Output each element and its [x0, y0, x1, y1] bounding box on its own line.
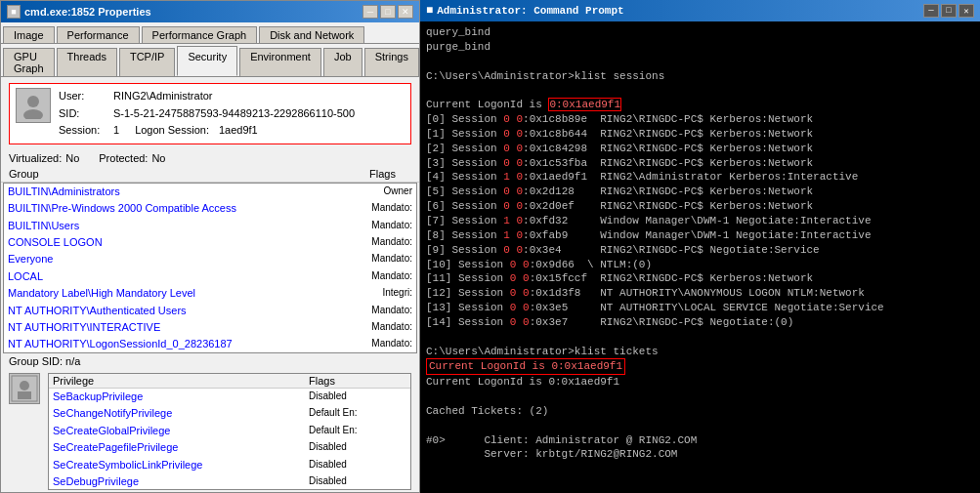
properties-window: ■ cmd.exe:1852 Properties ─ □ ✕ Image Pe… — [0, 0, 420, 493]
cmd-line: C:\Users\Administrator>klist tickets — [426, 345, 974, 359]
title-bar: ■ cmd.exe:1852 Properties ─ □ ✕ — [1, 1, 419, 22]
cmd-line: Current LogonId is 0:0x1aed9f1 — [426, 358, 974, 375]
tab-gpu-graph[interactable]: GPU Graph — [3, 48, 55, 76]
tab-environment[interactable]: Environment — [239, 48, 321, 76]
privilege-list-item: SeCreateGlobalPrivilegeDefault En: — [49, 423, 410, 439]
priv-name: SeDebugPrivilege — [53, 474, 309, 489]
cmd-line: [13] Session 0 0:0x3e5 NT AUTHORITY\LOCA… — [426, 301, 974, 315]
priv-name: SeChangeNotifyPrivilege — [53, 406, 309, 421]
cmd-line: query_bind — [426, 25, 974, 40]
cmd-line: [5] Session 0 0:0x2d128 RING2\RINGDC-PC$… — [426, 185, 974, 199]
tab-performance[interactable]: Performance — [57, 26, 140, 43]
virtualized-row: Virtualized: No Protected: No — [1, 150, 419, 166]
cmd-line: #0> Client: Administrator @ RING2.COM — [426, 433, 974, 448]
protected-value: No — [151, 152, 165, 164]
priv-flag: Default En: — [309, 424, 406, 438]
protected-label: Protected: — [99, 152, 148, 164]
cmd-line: Current LogonId is 0:0x1aed9f1 — [426, 98, 974, 112]
cmd-line: [12] Session 0 0:0x1d3f8 NT AUTHORITY\AN… — [426, 286, 974, 301]
group-flag: Mandato: — [334, 320, 412, 335]
tab-threads[interactable]: Threads — [57, 48, 117, 76]
priv-flag: Disabled — [309, 390, 406, 404]
virtualized-value: No — [65, 152, 79, 164]
group-name: NT AUTHORITY\Authenticated Users — [8, 304, 334, 318]
window-icon: ■ — [7, 5, 21, 19]
group-flag: Mandato: — [334, 219, 412, 233]
tab-disk-network[interactable]: Disk and Network — [259, 26, 364, 43]
logon-label: Logon Session: — [135, 122, 209, 140]
cmd-line — [426, 419, 974, 433]
group-name: BUILTIN\Administrators — [8, 185, 334, 199]
group-list[interactable]: BUILTIN\AdministratorsOwnerBUILTIN\Pre-W… — [3, 183, 417, 353]
group-sid-text: Group SID: n/a — [9, 355, 80, 367]
group-flag: Mandato: — [334, 269, 412, 284]
group-name: BUILTIN\Users — [8, 219, 334, 233]
cmd-line: [6] Session 0 0:0x2d0ef RING2\RINGDC-PC$… — [426, 199, 974, 214]
cmd-minimize-button[interactable]: ─ — [923, 4, 939, 18]
cmd-line: [2] Session 0 0:0x1c84298 RING2\RINGDC-P… — [426, 142, 974, 156]
tab-security[interactable]: Security — [177, 46, 237, 76]
cmd-title-bar: ■ Administrator: Command Prompt ─ □ ✕ — [420, 0, 980, 21]
privilege-list-item: SeBackupPrivilegeDisabled — [49, 389, 410, 405]
svg-rect-4 — [18, 391, 31, 399]
priv-name: SeCreateSymbolicLinkPrivilege — [53, 458, 309, 472]
cmd-line: [14] Session 0 0:0x3e7 RING2\RINGDC-PC$ … — [426, 315, 974, 330]
sid-label: SID: — [59, 105, 107, 123]
priv-name: SeCreatePagefilePrivilege — [53, 440, 309, 455]
cmd-line — [426, 55, 974, 69]
cmd-line: [1] Session 0 0:0x1c8b644 RING2\RINGDC-P… — [426, 127, 974, 142]
cmd-line: purge_bind — [426, 40, 974, 55]
privilege-table[interactable]: Privilege Flags SeBackupPrivilegeDisable… — [48, 373, 411, 490]
group-list-item: NT AUTHORITY\LogonSessionId_0_28236187Ma… — [4, 336, 416, 352]
priv-flag: Disabled — [309, 474, 406, 489]
svg-point-1 — [23, 109, 43, 119]
group-list-item: Mandatory Label\High Mandatory LevelInte… — [4, 285, 416, 302]
cmd-close-button[interactable]: ✕ — [959, 4, 974, 18]
group-list-item: CONSOLE LOGONMandato: — [4, 234, 416, 251]
cmd-line: Cached Tickets: (2) — [426, 404, 974, 419]
command-prompt-window: ■ Administrator: Command Prompt ─ □ ✕ qu… — [420, 0, 980, 493]
sid-value: S-1-5-21-2475887593-94489213-2292866110-… — [113, 105, 355, 123]
group-flag: Integri: — [334, 286, 412, 301]
tab-tcpip[interactable]: TCP/IP — [119, 48, 175, 76]
tab-image[interactable]: Image — [3, 26, 55, 43]
cmd-line: [0] Session 0 0:0x1c8b89e RING2\RINGDC-P… — [426, 112, 974, 127]
group-list-item: EveryoneMandato: — [4, 251, 416, 267]
cmd-line: [3] Session 0 0:0x1c53fba RING2\RINGDC-P… — [426, 156, 974, 171]
user-info-box: User: RING2\Administrator SID: S-1-5-21-… — [9, 83, 411, 144]
group-flag: Owner — [334, 185, 412, 199]
privilege-header: Privilege Flags — [49, 374, 410, 389]
cmd-line: Current LogonId is 0:0x1aed9f1 — [426, 375, 974, 390]
tab-performance-graph[interactable]: Performance Graph — [142, 26, 258, 43]
tab-job[interactable]: Job — [323, 48, 362, 76]
cmd-maximize-button[interactable]: □ — [941, 4, 957, 18]
minimize-button[interactable]: ─ — [362, 5, 378, 19]
group-list-item: NT AUTHORITY\INTERACTIVEMandato: — [4, 319, 416, 336]
privilege-list-item: SeCreatePagefilePrivilegeDisabled — [49, 439, 410, 456]
privilege-section: Privilege Flags SeBackupPrivilegeDisable… — [1, 369, 419, 492]
cmd-line: C:\Users\Administrator>klist sessions — [426, 69, 974, 84]
cmd-output[interactable]: query_bindpurge_bind C:\Users\Administra… — [420, 21, 980, 493]
maximize-button[interactable]: □ — [380, 5, 396, 19]
priv-name: SeBackupPrivilege — [53, 390, 309, 404]
cmd-line: [8] Session 1 0:0xfab9 Window Manager\DW… — [426, 228, 974, 243]
group-list-item: BUILTIN\UsersMandato: — [4, 218, 416, 234]
group-name: LOCAL — [8, 269, 334, 284]
window-title: cmd.exe:1852 Properties — [24, 6, 151, 18]
group-flag: Mandato: — [334, 337, 412, 351]
virtualized-label: Virtualized: — [9, 152, 62, 164]
cmd-line — [426, 390, 974, 404]
privilege-icon — [9, 373, 40, 404]
tab-strings[interactable]: Strings — [364, 48, 419, 76]
priv-flag: Disabled — [309, 440, 406, 455]
group-name: Mandatory Label\High Mandatory Level — [8, 286, 334, 301]
close-button[interactable]: ✕ — [398, 5, 413, 19]
priv-name: SeCreateGlobalPrivilege — [53, 424, 309, 438]
pflag-col-header: Flags — [309, 375, 406, 387]
svg-point-3 — [20, 381, 29, 390]
cmd-line: [7] Session 1 0:0xfd32 Window Manager\DW… — [426, 214, 974, 228]
tabs-row-1: Image Performance Performance Graph Disk… — [1, 22, 419, 44]
window-controls: ─ □ ✕ — [362, 5, 413, 19]
privilege-list-item: SeDebugPrivilegeDisabled — [49, 473, 410, 490]
group-flag: Mandato: — [334, 201, 412, 216]
